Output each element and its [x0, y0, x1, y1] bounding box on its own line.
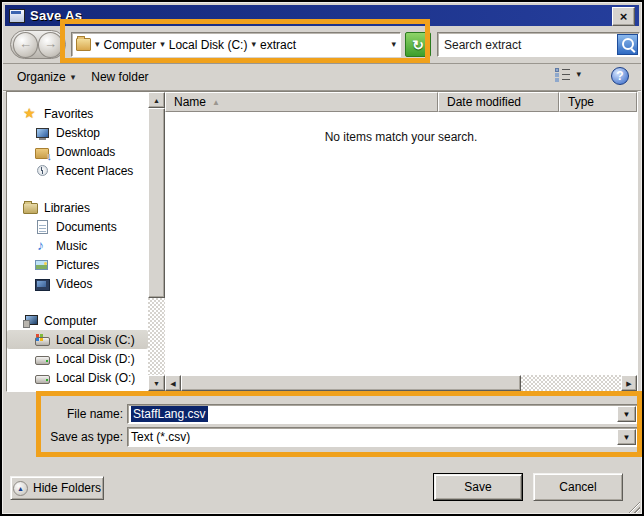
chevron-down-icon[interactable] [95, 40, 100, 49]
file-list: Name Date modified Type No items match y… [165, 92, 637, 391]
search-input[interactable]: Search extract [444, 38, 521, 52]
address-bar[interactable]: Computer Local Disk (C:) extract [71, 32, 401, 57]
forward-arrow-icon: → [44, 36, 57, 51]
new-folder-label: New folder [91, 70, 148, 84]
sidebar-scrollbar[interactable] [148, 92, 165, 391]
views-button[interactable] [555, 68, 581, 80]
back-button[interactable]: ← [13, 32, 38, 58]
scrollbar-thumb[interactable] [181, 375, 521, 391]
back-arrow-icon: ← [19, 36, 32, 51]
sidebar-item-label: Documents [56, 220, 117, 234]
chevron-down-icon [71, 73, 76, 82]
chevron-down-icon[interactable] [251, 40, 256, 49]
system-drive-icon [35, 333, 50, 347]
dialog-icon [9, 9, 25, 23]
sidebar-item-documents[interactable]: Documents [7, 217, 148, 236]
sidebar-item-label: Downloads [56, 145, 115, 159]
downloads-icon [35, 145, 50, 159]
title-bar: Save As [5, 5, 639, 26]
hide-folders-button[interactable]: Hide Folders [10, 476, 104, 500]
sidebar-item-local-disk-d[interactable]: Local Disk (D:) [7, 349, 148, 368]
chevron-down-icon[interactable] [160, 40, 165, 49]
scrollbar-track[interactable] [148, 108, 165, 375]
sidebar-item-downloads[interactable]: Downloads [7, 142, 148, 161]
organize-label: Organize [17, 70, 66, 84]
search-button[interactable] [617, 34, 638, 55]
computer-icon [23, 314, 38, 328]
folder-icon [76, 38, 91, 51]
sidebar-item-label: Local Disk (O:) [56, 371, 135, 385]
sidebar-group-libraries[interactable]: Libraries [7, 198, 148, 217]
save-label: Save [464, 480, 491, 494]
scrollbar-track[interactable] [181, 375, 621, 391]
sort-ascending-icon [212, 98, 220, 107]
file-name-dropdown-icon[interactable] [617, 406, 636, 422]
dialog-title: Save As [30, 8, 82, 23]
scroll-left-icon[interactable] [165, 375, 181, 391]
sidebar-item-label: Local Disk (C:) [56, 333, 135, 347]
scroll-right-icon[interactable] [621, 375, 637, 391]
column-header-name[interactable]: Name [165, 92, 438, 112]
desktop-icon [35, 126, 50, 140]
sidebar-item-pictures[interactable]: Pictures [7, 255, 148, 274]
save-as-type-value: Text (*.csv) [131, 430, 190, 444]
column-label: Date modified [447, 95, 521, 109]
save-as-type-combo[interactable]: Text (*.csv) [127, 427, 638, 447]
sidebar-item-videos[interactable]: Videos [7, 274, 148, 293]
collapse-up-icon [13, 481, 28, 496]
empty-results-message: No items match your search. [165, 130, 637, 144]
breadcrumb-local-disk-c[interactable]: Local Disk (C:) [169, 38, 248, 52]
music-icon [35, 239, 50, 253]
save-button[interactable]: Save [433, 473, 523, 501]
search-box[interactable]: Search extract [437, 32, 640, 57]
sidebar-item-music[interactable]: Music [7, 236, 148, 255]
command-toolbar: Organize New folder ? [3, 64, 641, 91]
sidebar-item-label: Recent Places [56, 164, 133, 178]
breadcrumb-extract[interactable]: extract [260, 38, 296, 52]
column-header-type[interactable]: Type [559, 92, 637, 112]
nav-buttons: ← → [10, 30, 66, 59]
file-name-combo[interactable]: StaffLang.csv [127, 404, 638, 424]
breadcrumb-computer[interactable]: Computer [104, 38, 157, 52]
sidebar-group-favorites[interactable]: Favorites [7, 104, 148, 123]
column-header-date-modified[interactable]: Date modified [438, 92, 559, 112]
refresh-button[interactable]: ↻ [405, 32, 431, 57]
refresh-icon: ↻ [412, 37, 424, 53]
sidebar-item-local-disk-c[interactable]: Local Disk (C:) [7, 330, 148, 349]
chevron-down-icon [576, 70, 581, 79]
sidebar-group-label: Libraries [44, 201, 90, 215]
sidebar-item-label: Local Disk (D:) [56, 352, 135, 366]
videos-icon [35, 277, 50, 291]
pictures-icon [35, 258, 50, 272]
column-headers: Name Date modified Type [165, 92, 637, 112]
new-folder-button[interactable]: New folder [83, 67, 156, 87]
sidebar-group-label: Favorites [44, 107, 93, 121]
file-name-input[interactable]: StaffLang.csv [131, 406, 208, 422]
file-name-label: File name: [30, 407, 123, 421]
sidebar-item-recent-places[interactable]: Recent Places [7, 161, 148, 180]
favorites-star-icon [23, 107, 38, 121]
address-dropdown-icon[interactable] [391, 40, 396, 49]
scroll-up-icon[interactable] [148, 92, 165, 108]
cancel-button[interactable]: Cancel [533, 473, 623, 501]
documents-icon [35, 220, 50, 234]
save-as-dialog: Save As × ← → Computer Local Disk (C:) e… [0, 0, 644, 516]
save-as-type-dropdown-icon[interactable] [617, 429, 636, 445]
recent-places-icon [35, 164, 50, 178]
forward-button[interactable]: → [38, 32, 63, 58]
navigation-sidebar: Favorites Desktop Downloads Recent Place… [7, 92, 148, 391]
horizontal-scrollbar[interactable] [165, 375, 637, 391]
scrollbar-thumb[interactable] [148, 108, 165, 298]
sidebar-item-desktop[interactable]: Desktop [7, 123, 148, 142]
views-list-icon [555, 68, 570, 80]
sidebar-group-computer[interactable]: Computer [7, 311, 148, 330]
scroll-down-icon[interactable] [148, 375, 165, 391]
close-button[interactable]: × [612, 7, 635, 26]
browser-pane: Favorites Desktop Downloads Recent Place… [6, 91, 638, 392]
save-as-type-label: Save as type: [30, 430, 123, 444]
sidebar-item-local-disk-o[interactable]: Local Disk (O:) [7, 368, 148, 387]
help-button[interactable]: ? [611, 67, 629, 85]
organize-menu[interactable]: Organize [9, 67, 83, 87]
sidebar-item-label: Pictures [56, 258, 99, 272]
sidebar-item-label: Desktop [56, 126, 100, 140]
